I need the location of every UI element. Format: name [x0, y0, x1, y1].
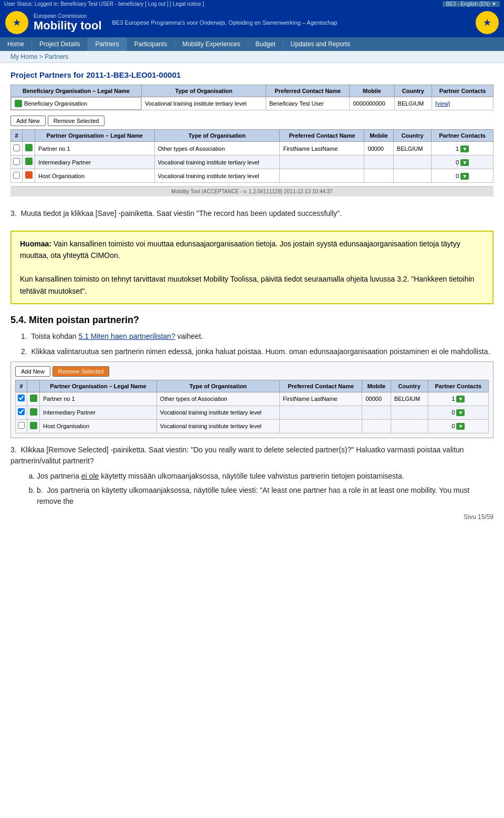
lang-badge[interactable]: BE3 - English (EN) ▼	[443, 1, 500, 7]
breadcrumb: My Home > Partners	[0, 51, 504, 63]
nav-mobility-experiences[interactable]: Mobility Experiences	[175, 37, 248, 51]
row3-contact	[280, 169, 364, 183]
screenshot2-table: # Partner Organisation – Legal Name Type…	[15, 380, 489, 433]
s2-edit-icon[interactable]	[30, 408, 37, 416]
s2-row1-contact: FirstName LastName	[279, 392, 362, 406]
step1-prefix: 1. Toista kohdan	[21, 332, 78, 340]
s2-row2-country	[391, 406, 428, 419]
s2-row3-icon[interactable]	[27, 419, 40, 433]
page-number: Sivu 15/59	[10, 511, 494, 523]
row3-contacts: 0 ▼	[432, 169, 494, 183]
screenshot2-remove-button[interactable]: Remove Selected	[52, 366, 110, 377]
steps-list: 1. Toista kohdan 5.1 Miten haen partneri…	[21, 331, 494, 357]
page-title: Project Partners for 2011-1-BE3-LEO01-00…	[10, 70, 494, 79]
s2-row2-icon[interactable]	[27, 406, 40, 419]
user-status: User Status: Logged in: Beneficiary Test…	[4, 1, 204, 7]
s2-row1-checkbox[interactable]	[18, 395, 25, 401]
s2-col-check: #	[16, 380, 27, 392]
row1-contacts: 1 ▼	[432, 142, 494, 156]
row2-type: Vocational training institute tertiary l…	[154, 156, 280, 169]
row3-checkbox[interactable]	[13, 172, 20, 179]
s2-row3-mobile	[362, 419, 391, 433]
s2-col-icon	[27, 380, 40, 392]
top-bar: User Status: Logged in: Beneficiary Test…	[0, 0, 504, 8]
nav-budget[interactable]: Budget	[248, 37, 284, 51]
s2-arrow-icon[interactable]: ▼	[456, 423, 465, 430]
row3-check[interactable]	[11, 169, 23, 183]
s2-table-row: Host Organisation Vocational training in…	[16, 419, 489, 433]
nav-updates-reports[interactable]: Updates and Reports	[284, 37, 358, 51]
row2-icon[interactable]	[23, 156, 35, 169]
row1-type: Other types of Association	[154, 142, 280, 156]
row3-icon[interactable]	[23, 169, 35, 183]
edit-icon[interactable]	[25, 144, 33, 151]
bene-row-contacts-link[interactable]: [view]	[432, 97, 494, 110]
row1-name: Partner no 1	[35, 142, 155, 156]
s2-row2-contact	[279, 406, 362, 419]
row1-check[interactable]	[11, 142, 23, 156]
s2-col-contact: Preferred Contact Name	[279, 380, 362, 392]
s2-row3-contacts: 0 ▼	[428, 419, 488, 433]
part-col-contacts: Partner Contacts	[432, 130, 494, 142]
nav-project-details[interactable]: Project Details	[32, 37, 88, 51]
screenshot2-buttons: Add New Remove Selected	[15, 366, 489, 377]
section-heading: 5.4. Miten poistan partnerin?	[10, 315, 494, 326]
step2-item: 2. Klikkaa valintaruutua sen partnerin n…	[21, 346, 494, 357]
nav-partners[interactable]: Partners	[88, 37, 127, 51]
contacts-arrow-icon[interactable]: ▼	[460, 173, 469, 180]
notice-text2: Kun kansallinen toimisto on tehnyt tarvi…	[20, 275, 474, 295]
main-nav: Home Project Details Partners Participan…	[0, 37, 504, 51]
s2-col-name: Partner Organisation – Legal Name	[40, 380, 157, 392]
s2-row3-check[interactable]	[16, 419, 27, 433]
step3-text: 3. Muuta tiedot ja klikkaa [Save] -paini…	[10, 208, 494, 219]
s2-row2-contacts: 0 ▼	[428, 406, 488, 419]
contacts-arrow-icon[interactable]: ▼	[460, 159, 469, 166]
bene-col-name: Beneficiary Organisation – Legal Name	[11, 85, 142, 97]
row3-type: Vocational training institute tertiary l…	[154, 169, 280, 183]
notice-box: Huomaa: Vain kansallinen toimisto voi mu…	[10, 231, 494, 304]
s2-edit-icon[interactable]	[30, 422, 37, 429]
part-col-contact: Preferred Contact Name	[280, 130, 364, 142]
row2-checkbox[interactable]	[13, 158, 20, 165]
step1-item: 1. Toista kohdan 5.1 Miten haen partneri…	[21, 331, 494, 342]
row3-country	[393, 169, 431, 183]
row2-country	[393, 156, 431, 169]
s2-col-contacts: Partner Contacts	[428, 380, 488, 392]
step1-end: vaiheet.	[175, 332, 203, 340]
notice-bold: Huomaa:	[20, 240, 51, 248]
header-subtitle: BE3 Europese Programma's voor Onderwijs,…	[112, 19, 338, 26]
bene-row-mobile: 0000000000	[350, 97, 394, 110]
ec-label: European Commission	[34, 13, 102, 19]
table-row: Partner no 1 Other types of Association …	[11, 142, 494, 156]
screenshot2-add-button[interactable]: Add New	[15, 366, 50, 377]
contacts-arrow-icon[interactable]: ▼	[460, 146, 469, 152]
row3-mobile	[364, 169, 393, 183]
s2-row1-mobile: 00000	[362, 392, 391, 406]
s2-arrow-icon[interactable]: ▼	[456, 409, 465, 416]
nav-participants[interactable]: Participants	[127, 37, 175, 51]
s2-row1-country: BELGIUM	[391, 392, 428, 406]
step3b-text: 3. Klikkaa [Remove Selected] -painiketta…	[10, 444, 494, 467]
s2-row2-checkbox[interactable]	[18, 408, 25, 415]
edit-icon[interactable]	[25, 158, 33, 165]
sub-list: Jos partneria ei ole käytetty missään ul…	[37, 471, 494, 507]
s2-row1-icon[interactable]	[27, 392, 40, 406]
remove-selected-button[interactable]: Remove Selected	[48, 116, 105, 126]
row1-contact: FirstName LastName	[280, 142, 364, 156]
edit-icon[interactable]	[25, 171, 33, 179]
s2-row3-checkbox[interactable]	[18, 422, 25, 429]
add-new-button[interactable]: Add New	[10, 116, 46, 126]
nav-home[interactable]: Home	[0, 37, 32, 51]
s2-row1-check[interactable]	[16, 392, 27, 406]
row1-checkbox[interactable]	[13, 144, 20, 151]
s2-row2-check[interactable]	[16, 406, 27, 419]
step1-link[interactable]: 5.1 Miten haen partnerilistan?	[78, 332, 175, 340]
ec-logo: ★	[5, 11, 28, 34]
s2-edit-icon[interactable]	[30, 395, 37, 402]
s2-arrow-icon[interactable]: ▼	[456, 396, 465, 402]
table-row: Host Organisation Vocational training in…	[11, 169, 494, 183]
row2-check[interactable]	[11, 156, 23, 169]
row1-icon[interactable]	[23, 142, 35, 156]
beneficiary-table: Beneficiary Organisation – Legal Name Ty…	[10, 85, 494, 110]
part-col-country: Country	[393, 130, 431, 142]
